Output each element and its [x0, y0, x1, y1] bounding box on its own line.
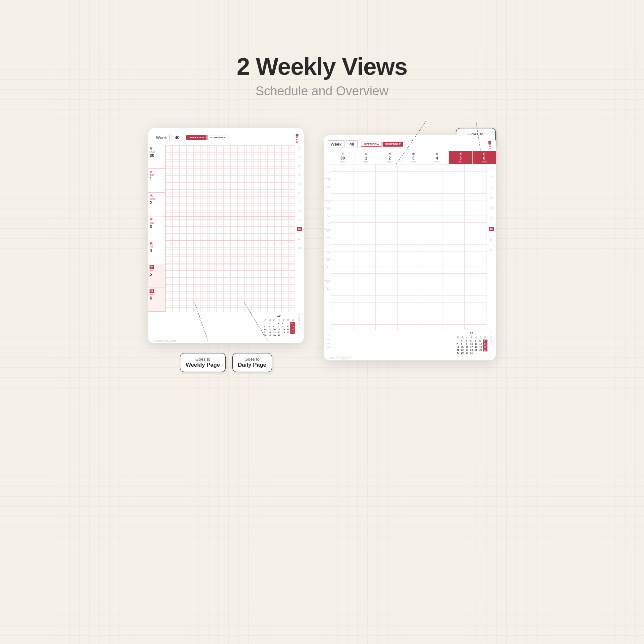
day-item-thu: 木 THU 3	[148, 216, 165, 240]
right-sidebar-right: 1 2 3 4 5 6 10 11 12	[486, 164, 496, 330]
tab-overview-right[interactable]: OVERVIEW	[361, 142, 382, 147]
tab-overview-left[interactable]: OVERVIEW	[186, 135, 207, 140]
right-planner-card: Week 40 OVERVIEW SCHEDULE 年暦 2024	[324, 135, 496, 360]
day-item-mon: 月 MON 30	[148, 145, 165, 169]
tab-schedule-right[interactable]: SCHEDULE	[383, 142, 403, 147]
checkboxes-right	[327, 332, 330, 348]
page-title: 2 Weekly Views	[237, 53, 407, 80]
mini-calendar-left: 10 月 火 水 木 金	[263, 314, 295, 337]
branding-right: △ CARDS PALACE	[324, 356, 496, 360]
week-number-left: 40	[171, 134, 183, 141]
week-label-right: Week	[328, 140, 345, 148]
main-grid-left	[165, 145, 295, 312]
left-planner-card: Week 40 OVERVIEW SCHEDULE 年暦 2024	[148, 128, 304, 343]
sched-header-mon: 月 30 MON	[331, 151, 354, 164]
content-wrapper: 2 Weekly Views Schedule and Overview Wee…	[0, 26, 644, 372]
left-planner-header: Week 40 OVERVIEW SCHEDULE 年暦 2024	[148, 128, 304, 145]
jp-vertical-left: 年暦 2024	[295, 131, 299, 144]
sched-header-fri: 金 4 FRI	[425, 151, 449, 164]
right-planner-header: Week 40 OVERVIEW SCHEDULE 年暦 2024	[324, 135, 496, 151]
callout-goes-to-weekly: Goes to	[186, 357, 220, 362]
right-planner-inner: Week 40 OVERVIEW SCHEDULE 年暦 2024	[324, 135, 496, 360]
day-item-wed: 水 WED 2	[148, 193, 165, 216]
time-column: 7 8 9 10 11 12 13 14 15 16 17	[324, 164, 331, 330]
sched-header-tue: 火 1 TUE	[354, 151, 378, 164]
schedule-grid	[331, 164, 486, 330]
tab-schedule-left[interactable]: SCHEDULE	[207, 135, 228, 140]
day-item-sun: 日 SUN 6	[148, 288, 165, 312]
mini-calendar-right: 10 月 火 水 木 金	[455, 332, 487, 354]
jp-vertical-right: 年暦 2024	[487, 138, 492, 150]
callout-goes-to-daily-left: Goes to	[238, 357, 266, 362]
sched-header-sat: 土 5 SAT	[449, 151, 472, 164]
tab-group-right: OVERVIEW SCHEDULE	[361, 142, 403, 147]
callout-daily-page-left: Goes to Daily Page	[232, 353, 272, 372]
tab-group-left: OVERVIEW SCHEDULE	[186, 135, 228, 140]
week-label-left: Week	[153, 134, 170, 141]
right-sidebar-left: 1 2 3 4 5 6 7 8 9 10 11	[295, 145, 304, 312]
bottom-callouts-left: Goes to Weekly Page Goes to Daily Page	[180, 353, 272, 372]
sched-header-thu: 木 3 THU	[402, 151, 425, 164]
right-planner-container: Goes to Daily Page Goes to Year Page We	[324, 128, 496, 360]
callout-page-name-weekly: Weekly Page	[186, 362, 220, 368]
day-item-tue: 火 TUE 1	[148, 169, 165, 193]
left-planner-container: Week 40 OVERVIEW SCHEDULE 年暦 2024	[148, 128, 304, 372]
days-sidebar-left: 月 MON 30 火 TUE 1	[148, 145, 165, 312]
page-subtitle: Schedule and Overview	[255, 84, 388, 98]
day-item-sat: 土 SAT 5	[148, 264, 165, 288]
bottom-area-right: 10 月 火 水 木 金	[324, 330, 496, 356]
callout-weekly-page: Goes to Weekly Page	[180, 353, 226, 372]
callout-page-name-daily-left: Daily Page	[238, 362, 266, 368]
week-number-right: 40	[346, 140, 358, 148]
left-planner-body: 月 MON 30 火 TUE 1	[148, 145, 304, 312]
sidebar-highlight-left: 10	[297, 227, 302, 231]
sched-header-wed: 水 2 WED	[378, 151, 402, 164]
bottom-area-left: 10 月 火 水 木 金	[148, 312, 304, 339]
day-item-fri: 金 FRI 4	[148, 240, 165, 264]
left-planner-inner: Week 40 OVERVIEW SCHEDULE 年暦 2024	[148, 128, 304, 343]
page-wrapper: 2 Weekly Views Schedule and Overview Wee…	[0, 0, 644, 644]
sched-header-sun: 日 6 SUN	[473, 151, 496, 164]
branding-left: △ CARDS PALACE	[148, 339, 304, 343]
schedule-days-header: 月 30 MON 火 1 TUE	[324, 151, 496, 164]
sidebar-highlight-right: 10	[489, 227, 494, 231]
schedule-body: 7 8 9 10 11 12 13 14 15 16 17	[324, 164, 496, 330]
